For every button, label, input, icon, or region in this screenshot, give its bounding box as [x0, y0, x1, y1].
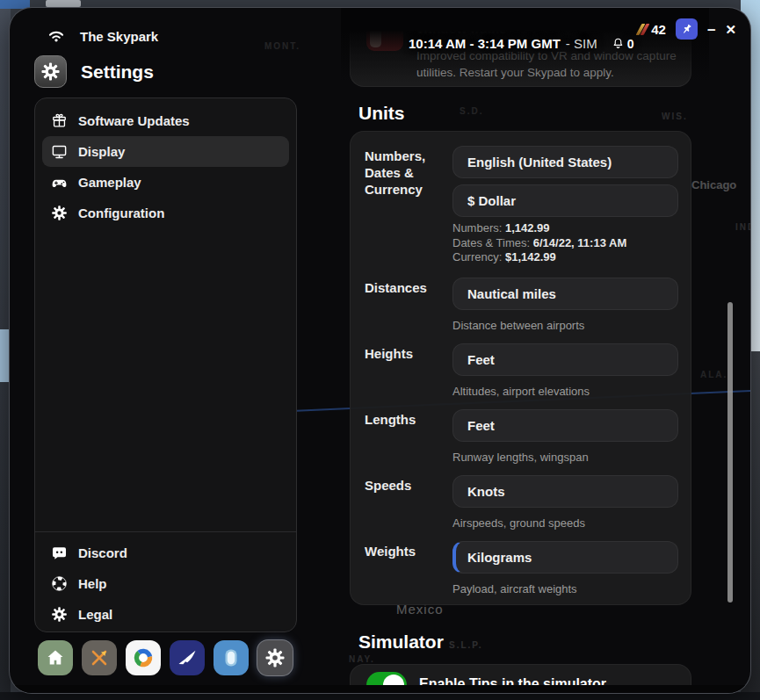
- sidebar-item-discord[interactable]: Discord: [42, 538, 289, 568]
- sim-label: - SIM: [566, 36, 597, 51]
- gear-icon: [51, 205, 68, 221]
- dock-home-app[interactable]: [38, 640, 73, 675]
- crossed-arrows-icon: [89, 647, 110, 668]
- close-button[interactable]: ✕: [725, 23, 736, 36]
- gear-icon: [51, 606, 68, 623]
- units-row-hint: Payload, aircraft weights: [452, 582, 577, 595]
- window-frame-toggle[interactable]: [366, 25, 403, 51]
- distances-select[interactable]: Nautical miles: [452, 278, 678, 310]
- units-row-label: Heights: [365, 345, 449, 362]
- sidebar-item-label: Display: [78, 144, 125, 159]
- units-row-hint: Distance between airports: [452, 319, 584, 332]
- simulator-heading: Simulator: [358, 631, 444, 653]
- map-label: IND: [735, 222, 751, 232]
- window-frame-description: utilities. Restart your Skypad to apply.: [416, 66, 614, 79]
- currency-select[interactable]: $ Dollar: [452, 184, 678, 217]
- gear-icon: [40, 61, 61, 82]
- sidebar-item-label: Discord: [78, 545, 127, 560]
- sidebar-item-help[interactable]: Help: [42, 568, 289, 599]
- monitor-icon: [51, 143, 68, 160]
- circle-logo-icon: [133, 647, 154, 668]
- sidebar-item-label: Help: [78, 576, 107, 591]
- dock-adventures-app[interactable]: [82, 640, 117, 675]
- units-row-label: Distances: [365, 279, 449, 296]
- sidebar-item-software-updates[interactable]: Software Updates: [42, 105, 289, 136]
- dock-flight-app[interactable]: [170, 640, 205, 675]
- sidebar-item-label: Legal: [78, 607, 112, 622]
- units-row-hint: Airspeeds, ground speeds: [452, 516, 585, 530]
- speeds-select[interactable]: Knots: [452, 475, 678, 508]
- notifications[interactable]: 0: [612, 37, 634, 51]
- scrollbar-thumb[interactable]: [727, 302, 733, 603]
- app-brand: The Skypark: [45, 27, 158, 45]
- discord-icon: [51, 545, 68, 561]
- gift-icon: [51, 112, 68, 129]
- settings-content: Window frame Improved compatibility to V…: [350, 8, 700, 694]
- weights-select[interactable]: Kilograms: [452, 541, 678, 574]
- heights-select[interactable]: Feet: [452, 343, 678, 376]
- units-row-label: Weights: [365, 543, 449, 559]
- example-dates: Dates & Times: 6/14/22, 11:13 AM: [452, 236, 626, 251]
- reliability-score: 42: [639, 22, 666, 37]
- app-title: The Skypark: [80, 29, 158, 44]
- sim-background-panel: [46, 0, 81, 7]
- pin-window-button[interactable]: [676, 18, 698, 40]
- notification-count: 0: [627, 37, 634, 51]
- sim-time-status: 10:14 AM - 3:14 PM GMT - SIM 0: [409, 36, 633, 51]
- sidebar-item-label: Gameplay: [78, 175, 141, 190]
- sidebar-item-gameplay[interactable]: Gameplay: [42, 167, 289, 198]
- lengths-select[interactable]: Feet: [452, 409, 678, 442]
- concorde-icon: [177, 647, 198, 668]
- sidebar-item-label: Configuration: [78, 206, 164, 220]
- sidebar-item-display[interactable]: Display: [42, 136, 289, 167]
- units-row-hint: Runway lengths, wingspan: [452, 451, 589, 464]
- score-value: 42: [651, 22, 666, 37]
- sidebar-item-legal[interactable]: Legal: [42, 599, 289, 630]
- sidebar-divider: [35, 531, 296, 532]
- app-dock: [38, 640, 293, 675]
- gamepad-icon: [51, 174, 68, 191]
- porthole-icon: [221, 647, 242, 668]
- wifi-icon: [45, 27, 68, 45]
- pushpin-icon: [680, 23, 693, 36]
- toggle-knob: [370, 28, 381, 47]
- dock-browser-app[interactable]: [126, 640, 161, 675]
- sidebar-item-label: Software Updates: [78, 113, 190, 128]
- language-select[interactable]: English (United States): [452, 146, 678, 178]
- window-controls: 42 – ✕: [639, 18, 736, 40]
- units-card: Numbers, Dates & Currency English (Unite…: [350, 131, 691, 605]
- example-numbers: Numbers: 1,142.99: [452, 221, 626, 236]
- skypark-window: MONT. S.D. WIS. Chicago IND ALA. Mexico …: [9, 7, 751, 694]
- sidebar-item-configuration[interactable]: Configuration: [42, 198, 289, 228]
- settings-app-button[interactable]: [34, 55, 67, 88]
- map-label: MONT.: [264, 41, 300, 51]
- units-row-hint: Altitudes, airport elevations: [452, 385, 590, 398]
- dock-cabin-app[interactable]: [214, 640, 249, 675]
- window-frame-description: Improved compatibility to VR and window …: [416, 49, 677, 62]
- settings-sidebar: Software Updates Display Gameplay Config…: [34, 97, 297, 632]
- gear-icon: [264, 647, 286, 668]
- page-header: Settings: [34, 55, 154, 88]
- minimize-button[interactable]: –: [707, 22, 715, 37]
- home-icon: [45, 647, 66, 668]
- window-frame-title: Window frame: [416, 21, 506, 36]
- dock-settings-app[interactable]: [257, 640, 293, 675]
- window-bottom-edge: [10, 685, 751, 694]
- life-ring-icon: [51, 575, 68, 592]
- time-range: 10:14 AM - 3:14 PM GMT: [409, 36, 561, 51]
- sidebar-spacer: [35, 228, 296, 531]
- bell-icon: [612, 37, 625, 50]
- page-title: Settings: [81, 61, 154, 83]
- example-currency: Currency: $1,142.99: [452, 250, 626, 265]
- units-row-label: Lengths: [365, 411, 449, 428]
- map-label: ALA.: [700, 370, 727, 379]
- units-row-label: Numbers, Dates & Currency: [365, 148, 449, 198]
- units-row-label: Speeds: [365, 477, 449, 494]
- units-heading: Units: [358, 103, 405, 124]
- format-examples: Numbers: 1,142.99 Dates & Times: 6/14/22…: [452, 221, 626, 265]
